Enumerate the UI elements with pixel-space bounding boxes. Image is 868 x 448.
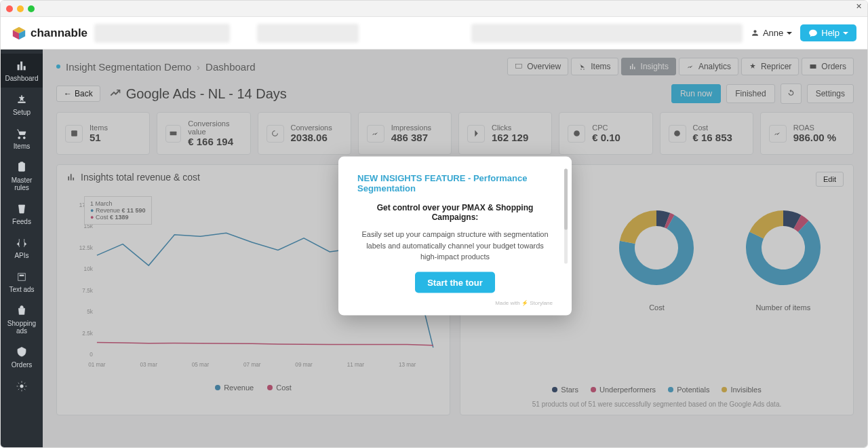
svg-rect-5: [24, 67, 25, 70]
sidebar-item-shopping-ads[interactable]: Shopping ads: [1, 299, 43, 340]
tour-modal: NEW INSIGHTS FEATURE - Performance Segme…: [338, 157, 572, 316]
svg-rect-11: [20, 275, 24, 276]
svg-rect-3: [18, 65, 19, 71]
sidebar-item-settings[interactable]: [1, 374, 43, 400]
sidebar-item-apis[interactable]: APIs: [1, 231, 43, 265]
user-menu[interactable]: Anne: [751, 28, 792, 38]
help-label: Help: [821, 28, 840, 38]
svg-point-7: [23, 137, 25, 139]
svg-rect-9: [20, 162, 24, 164]
window-close-icon[interactable]: ✕: [856, 2, 862, 11]
traffic-light-zoom[interactable]: [28, 5, 35, 12]
blurred-region: [471, 24, 743, 43]
sidebar-item-text-ads[interactable]: Text ads: [1, 265, 43, 299]
blurred-region: [257, 24, 359, 43]
brand-logo[interactable]: channable: [12, 26, 87, 41]
traffic-light-minimize[interactable]: [17, 5, 24, 12]
dashboard-icon: [1, 59, 43, 73]
sidebar-item-master-rules[interactable]: Master rules: [1, 155, 43, 197]
setup-icon: [1, 93, 43, 107]
shopping-ads-icon: [1, 304, 43, 318]
svg-point-12: [20, 385, 24, 388]
sidebar-item-feeds[interactable]: Feeds: [1, 197, 43, 231]
sidebar: DashboardSetupItemsMaster rulesFeedsAPIs…: [1, 50, 43, 447]
items-icon: [1, 127, 43, 141]
sidebar-item-setup[interactable]: Setup: [1, 88, 43, 122]
svg-rect-10: [18, 274, 26, 281]
brand-name: channable: [31, 26, 87, 40]
modal-footer: Made with ⚡ Storylane: [357, 299, 553, 305]
sidebar-item-dashboard[interactable]: Dashboard: [1, 54, 43, 88]
modal-body: Easily set up your campaign structure wi…: [357, 229, 553, 263]
chevron-down-icon: [843, 32, 848, 35]
sidebar-item-orders[interactable]: Orders: [1, 340, 43, 374]
settings-icon: [1, 379, 43, 393]
modal-subheading: Get control over your PMAX & Shopping Ca…: [357, 203, 553, 222]
svg-point-6: [18, 137, 20, 139]
logo-cube-icon: [12, 26, 26, 41]
top-nav: channable Anne Help: [1, 17, 867, 50]
window-title-bar: ✕: [1, 1, 867, 17]
traffic-light-close[interactable]: [6, 5, 13, 12]
sidebar-item-items[interactable]: Items: [1, 122, 43, 155]
text-ads-icon: [1, 270, 43, 284]
modal-heading: NEW INSIGHTS FEATURE - Performance Segme…: [357, 173, 553, 193]
master-rules-icon: [1, 161, 43, 174]
feeds-icon: [1, 202, 43, 216]
scrollbar[interactable]: [564, 169, 568, 264]
apis-icon: [1, 236, 43, 250]
blurred-region: [94, 24, 230, 43]
chat-icon: [808, 29, 818, 38]
orders-icon: [1, 346, 43, 359]
chevron-down-icon: [787, 32, 792, 35]
help-button[interactable]: Help: [800, 24, 856, 41]
start-tour-button[interactable]: Start the tour: [415, 272, 495, 293]
user-icon: [751, 29, 760, 37]
svg-rect-4: [21, 62, 22, 70]
user-name: Anne: [763, 28, 783, 38]
